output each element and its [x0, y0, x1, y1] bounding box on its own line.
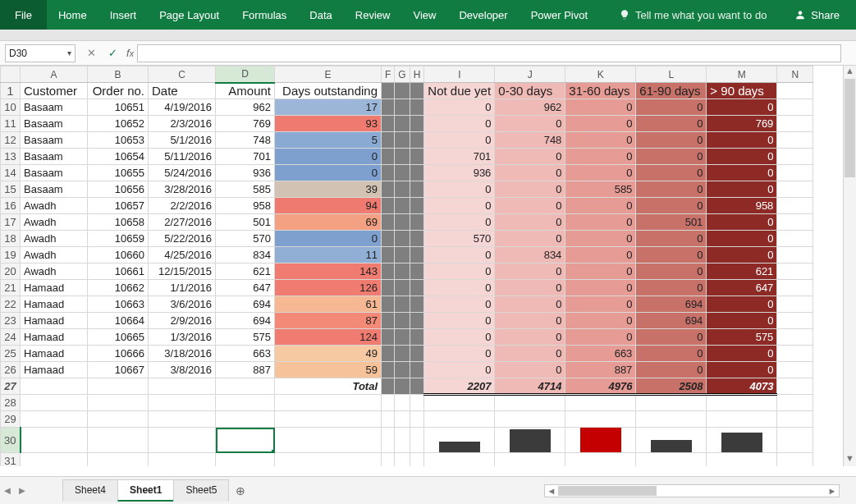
cell-J20[interactable]: 0 — [495, 263, 565, 280]
cell-H24[interactable] — [410, 329, 424, 346]
cell-L28[interactable] — [636, 395, 707, 411]
cell-I23[interactable]: 0 — [424, 313, 495, 329]
col-header-A[interactable]: A — [21, 66, 88, 83]
cell-C22[interactable]: 3/6/2016 — [149, 296, 216, 313]
cell-N20[interactable] — [777, 263, 813, 280]
cell-H20[interactable] — [410, 263, 424, 280]
cell-B31[interactable] — [88, 453, 149, 467]
row-header-16[interactable]: 16 — [1, 198, 21, 214]
cell-G25[interactable] — [395, 346, 410, 362]
cell-G19[interactable] — [395, 247, 410, 263]
cell-A18[interactable]: Awadh — [21, 231, 88, 247]
cell-N21[interactable] — [777, 280, 813, 296]
cell-C10[interactable]: 4/19/2016 — [149, 99, 216, 116]
cell-B29[interactable] — [88, 411, 149, 428]
cell-C23[interactable]: 2/9/2016 — [149, 313, 216, 329]
cell-G21[interactable] — [395, 280, 410, 296]
cell-N27[interactable] — [777, 378, 813, 395]
cell-B21[interactable]: 10662 — [88, 280, 149, 296]
cell-K24[interactable]: 0 — [565, 329, 636, 346]
cell-F25[interactable] — [382, 346, 395, 362]
cell-M25[interactable]: 0 — [707, 346, 777, 362]
cell-E23[interactable]: 87 — [275, 313, 382, 329]
cell-M19[interactable]: 0 — [707, 247, 777, 263]
cell-F21[interactable] — [382, 280, 395, 296]
cell-K19[interactable]: 0 — [565, 247, 636, 263]
cell-A29[interactable] — [21, 411, 88, 428]
cell-A19[interactable]: Awadh — [21, 247, 88, 263]
cell-A27[interactable] — [21, 378, 88, 395]
cell-A30[interactable] — [21, 428, 88, 453]
cell-L17[interactable]: 501 — [636, 214, 707, 231]
cell-H18[interactable] — [410, 231, 424, 247]
cell-E26[interactable]: 59 — [275, 362, 382, 378]
cell-M23[interactable]: 0 — [707, 313, 777, 329]
col-header-H[interactable]: H — [410, 66, 424, 83]
cell-G17[interactable] — [395, 214, 410, 231]
cell-J18[interactable]: 0 — [495, 231, 565, 247]
cell-G16[interactable] — [395, 198, 410, 214]
row-header-24[interactable]: 24 — [1, 329, 21, 346]
row-header-25[interactable]: 25 — [1, 346, 21, 362]
col-header-J[interactable]: J — [495, 66, 565, 83]
cell-A15[interactable]: Basaam — [21, 181, 88, 198]
cell-I19[interactable]: 0 — [424, 247, 495, 263]
cell-C14[interactable]: 5/24/2016 — [149, 165, 216, 181]
cell-C19[interactable]: 4/25/2016 — [149, 247, 216, 263]
cell-F28[interactable] — [382, 395, 395, 411]
cell-C30[interactable] — [149, 428, 216, 453]
cell-B12[interactable]: 10653 — [88, 132, 149, 149]
cell-K30[interactable] — [565, 428, 636, 453]
cell-L18[interactable]: 0 — [636, 231, 707, 247]
cell-F20[interactable] — [382, 263, 395, 280]
ribbon-tab-file[interactable]: File — [0, 0, 47, 30]
cell-H28[interactable] — [410, 395, 424, 411]
cell-H14[interactable] — [410, 165, 424, 181]
cell-K14[interactable]: 0 — [565, 165, 636, 181]
cell-C18[interactable]: 5/22/2016 — [149, 231, 216, 247]
cell-A26[interactable]: Hamaad — [21, 362, 88, 378]
ribbon-tab-view[interactable]: View — [401, 0, 447, 30]
cell-C1[interactable]: Date — [149, 83, 216, 99]
cell-I20[interactable]: 0 — [424, 263, 495, 280]
cell-B19[interactable]: 10660 — [88, 247, 149, 263]
cell-B24[interactable]: 10665 — [88, 329, 149, 346]
cell-J14[interactable]: 0 — [495, 165, 565, 181]
cell-B15[interactable]: 10656 — [88, 181, 149, 198]
cell-F18[interactable] — [382, 231, 395, 247]
cell-D31[interactable] — [216, 453, 275, 467]
cell-K18[interactable]: 0 — [565, 231, 636, 247]
cell-E24[interactable]: 124 — [275, 329, 382, 346]
cell-N22[interactable] — [777, 296, 813, 313]
cell-N17[interactable] — [777, 214, 813, 231]
cell-L24[interactable]: 0 — [636, 329, 707, 346]
ribbon-tab-data[interactable]: Data — [298, 0, 343, 30]
cell-I24[interactable]: 0 — [424, 329, 495, 346]
cell-G24[interactable] — [395, 329, 410, 346]
ribbon-tab-review[interactable]: Review — [344, 0, 402, 30]
cell-E18[interactable]: 0 — [275, 231, 382, 247]
col-header-F[interactable]: F — [382, 66, 395, 83]
cell-D20[interactable]: 621 — [216, 263, 275, 280]
cell-I17[interactable]: 0 — [424, 214, 495, 231]
cell-F15[interactable] — [382, 181, 395, 198]
cell-D22[interactable]: 694 — [216, 296, 275, 313]
row-header-30[interactable]: 30 — [1, 428, 21, 453]
cell-A13[interactable]: Basaam — [21, 149, 88, 165]
cell-I28[interactable] — [424, 395, 495, 411]
enter-formula-button[interactable]: ✓ — [102, 44, 123, 62]
cell-F24[interactable] — [382, 329, 395, 346]
cell-L31[interactable] — [636, 453, 707, 467]
cell-L11[interactable]: 0 — [636, 116, 707, 132]
cell-K17[interactable]: 0 — [565, 214, 636, 231]
cell-I25[interactable]: 0 — [424, 346, 495, 362]
cell-F12[interactable] — [382, 132, 395, 149]
cell-L21[interactable]: 0 — [636, 280, 707, 296]
cell-L20[interactable]: 0 — [636, 263, 707, 280]
cell-A24[interactable]: Hamaad — [21, 329, 88, 346]
vscroll-track[interactable] — [844, 79, 856, 453]
cell-G15[interactable] — [395, 181, 410, 198]
cell-L19[interactable]: 0 — [636, 247, 707, 263]
cell-F19[interactable] — [382, 247, 395, 263]
cell-K12[interactable]: 0 — [565, 132, 636, 149]
